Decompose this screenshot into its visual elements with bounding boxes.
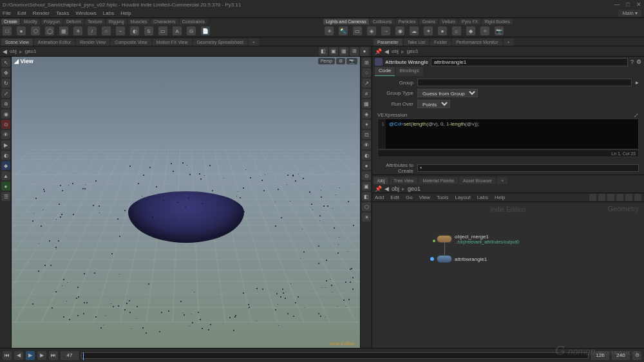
- shelf-tab[interactable]: Collisions: [370, 19, 395, 24]
- timeline-next-button[interactable]: ▶: [37, 351, 46, 360]
- tool-icon[interactable]: ▲: [1, 171, 10, 180]
- gear-icon[interactable]: ⚙: [636, 59, 641, 65]
- tab-motionfx-view[interactable]: Motion FX View: [153, 39, 192, 46]
- net-menu-layout[interactable]: Layout: [455, 195, 471, 200]
- close-button[interactable]: ✕: [636, 1, 641, 8]
- tool-snap-icon[interactable]: ⊙: [1, 120, 10, 129]
- tool-arealight-icon[interactable]: ▭: [353, 26, 362, 35]
- net-tool-icon[interactable]: [625, 194, 632, 201]
- help-icon[interactable]: ?: [630, 59, 634, 65]
- display-icon[interactable]: 👁: [362, 140, 371, 149]
- viewport-camera-menu[interactable]: Persp: [318, 58, 335, 64]
- tab-performance[interactable]: Performance Monitor: [452, 39, 502, 46]
- path-crumb-obj[interactable]: obj: [10, 48, 17, 54]
- end-frame-input[interactable]: 240: [612, 351, 630, 360]
- vp-sel-icon[interactable]: ▦: [339, 47, 348, 56]
- tool-icon[interactable]: ●: [1, 182, 10, 191]
- tab-tree-view[interactable]: Tree View: [390, 177, 417, 184]
- net-tool-icon[interactable]: [598, 194, 605, 201]
- tool-handle-icon[interactable]: ⊕: [1, 99, 10, 108]
- display-icon[interactable]: ☀: [362, 213, 371, 222]
- timeline-prev-button[interactable]: ◀: [14, 351, 23, 360]
- shelf-tab[interactable]: Modify: [21, 19, 40, 24]
- tool-font-icon[interactable]: A: [173, 26, 182, 35]
- tool-spotlight-icon[interactable]: 🔦: [339, 26, 348, 35]
- display-icon[interactable]: ⊡: [362, 130, 371, 139]
- shelf-tab[interactable]: Vellum: [439, 19, 458, 24]
- tool-icon[interactable]: ▭: [158, 26, 167, 35]
- param-grouptype-select[interactable]: Guess from Group: [417, 89, 478, 97]
- timeline-play-button[interactable]: ▶: [26, 351, 35, 360]
- menu-windows[interactable]: Windows: [75, 10, 96, 16]
- tool-sphere-icon[interactable]: ●: [17, 26, 26, 35]
- tool-light-icon[interactable]: ☼: [452, 26, 461, 35]
- tab-asset-browser[interactable]: Asset Browser: [459, 177, 496, 184]
- pin-icon[interactable]: 📌: [375, 186, 382, 192]
- back-icon[interactable]: ◀: [384, 48, 389, 55]
- minimize-button[interactable]: —: [614, 1, 620, 8]
- timeline-first-button[interactable]: ⏮: [3, 351, 12, 360]
- net-menu-edit[interactable]: Edit: [390, 195, 399, 200]
- tool-icon[interactable]: ◐: [1, 151, 10, 160]
- node-body[interactable]: [437, 255, 452, 263]
- current-frame-input[interactable]: 47: [61, 351, 79, 360]
- shelf-tab-lights[interactable]: Lights and Cameras: [323, 19, 369, 24]
- tool-scale-icon[interactable]: ⤢: [1, 89, 10, 98]
- net-menu-labs[interactable]: Labs: [477, 195, 488, 200]
- display-icon[interactable]: ◧: [362, 192, 371, 201]
- net-menu-help[interactable]: Help: [495, 195, 505, 200]
- tool-select-icon[interactable]: ↖: [1, 58, 10, 67]
- path-crumb[interactable]: geo1: [408, 186, 421, 192]
- tool-light-icon[interactable]: ✦: [424, 26, 433, 35]
- display-icon[interactable]: ⊙: [362, 171, 371, 180]
- shelf-tab[interactable]: Polygon: [41, 19, 62, 24]
- param-runover-select[interactable]: Points: [417, 100, 450, 108]
- tool-icon[interactable]: S: [144, 26, 153, 35]
- node-body[interactable]: [437, 235, 452, 243]
- menu-tasks[interactable]: Tasks: [56, 10, 69, 16]
- shelf-tab[interactable]: Constraints: [180, 19, 207, 24]
- shelf-tab[interactable]: Characters: [151, 19, 178, 24]
- net-menu-add[interactable]: Add: [375, 195, 384, 200]
- shelf-tab[interactable]: Rigid Bodies: [482, 19, 512, 24]
- timeline-last-button[interactable]: ⏭: [49, 351, 58, 360]
- net-menu-go[interactable]: Go: [406, 195, 413, 200]
- menu-labs[interactable]: Labs: [103, 10, 114, 16]
- group-picker-icon[interactable]: ▸: [636, 79, 639, 86]
- shelf-tab[interactable]: Pyro FX: [459, 19, 480, 24]
- net-tool-icon[interactable]: [634, 194, 641, 201]
- tab-add[interactable]: +: [497, 177, 507, 184]
- menu-edit[interactable]: Edit: [17, 10, 26, 16]
- tool-icon[interactable]: ◆: [1, 161, 10, 170]
- shelf-tab[interactable]: Grains: [419, 19, 438, 24]
- back-icon[interactable]: ◀: [384, 186, 389, 192]
- shelf-tab[interactable]: Particles: [396, 19, 419, 24]
- network-canvas[interactable]: Indie Edition Geometry object_merge1 ../…: [372, 202, 644, 348]
- tool-torus-icon[interactable]: ◯: [45, 26, 54, 35]
- display-geo-icon[interactable]: ⊞: [362, 58, 371, 67]
- tool-icon[interactable]: ◐: [130, 26, 139, 35]
- vp-wireframe-icon[interactable]: ⊞: [350, 47, 359, 56]
- menu-help[interactable]: Help: [120, 10, 131, 16]
- timeline-settings-icon[interactable]: ⚙: [632, 351, 641, 360]
- display-icon[interactable]: ▣: [362, 182, 371, 191]
- param-tab-bindings[interactable]: Bindings: [395, 67, 423, 76]
- tool-icon[interactable]: G: [187, 26, 196, 35]
- path-crumb[interactable]: obj: [392, 48, 399, 54]
- tab-render-view[interactable]: Render View: [76, 39, 109, 46]
- tab-network[interactable]: /obj: [374, 177, 388, 184]
- tool-light-icon[interactable]: ●: [438, 26, 447, 35]
- tab-geo-spreadsheet[interactable]: Geometry Spreadsheet: [193, 39, 247, 46]
- display-icon[interactable]: ⬡: [362, 202, 371, 211]
- tool-geolight-icon[interactable]: ◈: [367, 26, 376, 35]
- tool-render-icon[interactable]: ▶: [1, 140, 10, 149]
- tool-tube-icon[interactable]: ⬡: [31, 26, 40, 35]
- tool-line-icon[interactable]: /: [88, 26, 97, 35]
- vex-code-editor[interactable]: 1 @Cd=set(length(@v), 0, 1-length(@v));: [377, 119, 639, 149]
- param-attrcreate-input[interactable]: [417, 164, 639, 172]
- tab-take-list[interactable]: Take List: [404, 39, 430, 46]
- tool-tumble-icon[interactable]: ◉: [1, 110, 10, 119]
- tool-envlight-icon[interactable]: ◉: [395, 26, 404, 35]
- timeline-track[interactable]: [81, 352, 589, 359]
- tab-folder[interactable]: Folder: [430, 39, 451, 46]
